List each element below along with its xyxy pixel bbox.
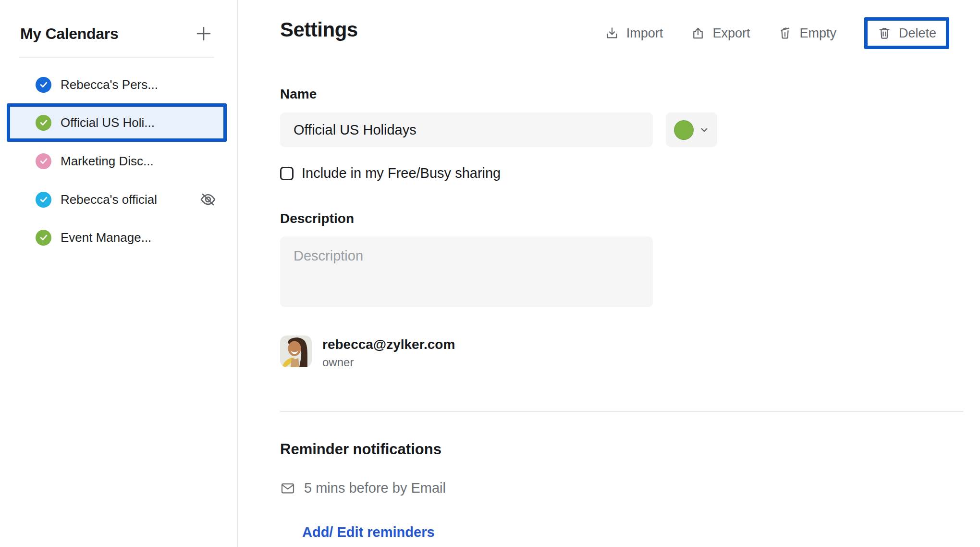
calendar-name-input[interactable] [280,112,653,147]
import-button[interactable]: Import [605,26,663,41]
sidebar-item-rebeccas-personal[interactable]: Rebecca's Pers... [7,65,227,104]
sidebar-item-official-us-holidays[interactable]: Official US Holi... [7,103,227,142]
delete-label: Delete [899,26,936,41]
sidebar-divider [19,57,214,58]
trash-open-icon [778,26,792,40]
chevron-down-icon [699,124,710,135]
color-swatch [674,120,694,140]
settings-action-bar: Import Export Empty [605,17,949,49]
page-title: Settings [280,18,358,41]
description-textarea[interactable] [280,236,653,307]
export-button[interactable]: Export [691,26,750,41]
owner-role: owner [322,356,455,369]
calendar-check-icon[interactable] [36,77,51,93]
download-icon [605,26,619,40]
empty-label: Empty [799,26,836,41]
import-label: Import [626,26,663,41]
plus-icon [196,25,212,42]
email-icon [280,481,295,496]
name-row [280,112,717,147]
my-calendars-sidebar: My Calendars Rebecca's Pers... [0,0,238,547]
owner-info: rebecca@zylker.com owner [322,336,455,369]
calendar-check-icon[interactable] [36,230,51,246]
calendar-settings-page: My Calendars Rebecca's Pers... [0,0,980,547]
calendar-name: Official US Holi... [61,115,155,130]
calendar-name: Rebecca's Pers... [61,77,158,92]
reminder-notifications-title: Reminder notifications [280,441,441,458]
add-edit-reminders-link[interactable]: Add/ Edit reminders [302,524,435,540]
export-label: Export [712,26,750,41]
description-field-label: Description [280,211,354,226]
calendar-name: Event Manage... [61,230,151,245]
freebusy-checkbox[interactable] [280,167,294,180]
avatar [280,336,312,367]
calendar-check-icon[interactable] [36,115,51,131]
freebusy-row: Include in my Free/Busy sharing [280,165,501,181]
calendar-color-dropdown[interactable] [666,112,717,147]
calendar-check-icon[interactable] [36,153,51,169]
sidebar-title: My Calendars [20,25,118,43]
trash-icon [877,26,892,40]
calendar-name: Rebecca's official [61,192,157,207]
section-divider [280,411,963,412]
sidebar-item-marketing-discussions[interactable]: Marketing Disc... [7,142,227,180]
eye-off-icon[interactable] [198,189,218,210]
empty-button[interactable]: Empty [778,26,836,41]
freebusy-label: Include in my Free/Busy sharing [302,165,501,181]
owner-row: rebecca@zylker.com owner [280,336,455,369]
add-calendar-button[interactable] [192,22,215,45]
name-field-label: Name [280,87,317,102]
delete-button[interactable]: Delete [864,17,949,49]
upload-icon [691,26,705,40]
reminder-current-row: 5 mins before by Email [280,480,446,496]
owner-email: rebecca@zylker.com [322,337,455,352]
calendar-check-icon[interactable] [36,192,51,208]
reminder-current-text: 5 mins before by Email [304,480,446,496]
calendar-name: Marketing Disc... [61,154,154,169]
sidebar-item-event-management[interactable]: Event Manage... [7,218,227,257]
sidebar-item-rebeccas-official[interactable]: Rebecca's official [7,180,227,219]
